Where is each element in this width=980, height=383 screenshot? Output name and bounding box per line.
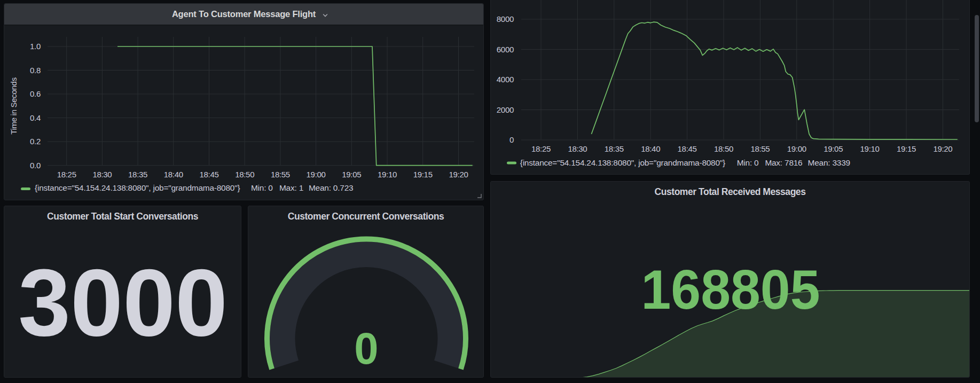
svg-text:18:50: 18:50 — [235, 170, 254, 179]
svg-text:19:00: 19:00 — [787, 144, 806, 153]
svg-text:18:30: 18:30 — [568, 144, 587, 153]
svg-text:6000: 6000 — [497, 45, 514, 54]
svg-text:0.6: 0.6 — [30, 89, 41, 98]
svg-text:Mean: 3339: Mean: 3339 — [808, 158, 850, 167]
svg-text:19:00: 19:00 — [307, 170, 326, 179]
svg-text:0.8: 0.8 — [30, 66, 41, 75]
svg-text:1.0: 1.0 — [30, 42, 41, 51]
svg-text:18:55: 18:55 — [271, 170, 290, 179]
svg-text:Max: 1: Max: 1 — [279, 183, 303, 192]
svg-text:18:35: 18:35 — [128, 170, 147, 179]
svg-text:Mean: 0.723: Mean: 0.723 — [309, 183, 353, 192]
svg-text:{instance="54.154.24.138:8080": {instance="54.154.24.138:8080", job="gra… — [35, 183, 240, 192]
svg-text:Max: 7816: Max: 7816 — [765, 158, 802, 167]
svg-text:19:10: 19:10 — [378, 170, 397, 179]
svg-text:0: 0 — [509, 135, 514, 144]
svg-text:19:15: 19:15 — [897, 144, 916, 153]
svg-text:18:40: 18:40 — [164, 170, 183, 179]
svg-text:19:15: 19:15 — [413, 170, 433, 179]
svg-text:18:25: 18:25 — [531, 144, 551, 153]
svg-text:19:20: 19:20 — [933, 144, 952, 153]
svg-text:18:45: 18:45 — [199, 170, 218, 179]
svg-text:18:45: 18:45 — [678, 144, 697, 153]
svg-text:0.4: 0.4 — [30, 113, 41, 122]
svg-text:4000: 4000 — [497, 75, 514, 84]
svg-text:0.2: 0.2 — [30, 137, 41, 146]
svg-text:19:05: 19:05 — [342, 170, 361, 179]
svg-text:18:50: 18:50 — [714, 144, 733, 153]
svg-text:8000: 8000 — [497, 14, 514, 24]
svg-text:18:40: 18:40 — [641, 144, 660, 153]
svg-text:Min: 0: Min: 0 — [251, 183, 273, 192]
svg-text:19:05: 19:05 — [824, 144, 843, 153]
svg-text:19:10: 19:10 — [860, 144, 880, 153]
svg-text:Time in Seconds: Time in Seconds — [9, 77, 18, 135]
svg-text:18:25: 18:25 — [57, 170, 76, 179]
svg-text:Min: 0: Min: 0 — [737, 158, 759, 167]
svg-text:18:30: 18:30 — [92, 170, 112, 179]
svg-text:18:55: 18:55 — [750, 144, 770, 153]
svg-text:0.0: 0.0 — [30, 161, 41, 170]
svg-text:18:35: 18:35 — [605, 144, 624, 153]
svg-text:{instance="54.154.24.138:8080": {instance="54.154.24.138:8080", job="gra… — [520, 158, 725, 167]
svg-text:19:20: 19:20 — [449, 170, 468, 179]
svg-text:2000: 2000 — [497, 105, 514, 114]
